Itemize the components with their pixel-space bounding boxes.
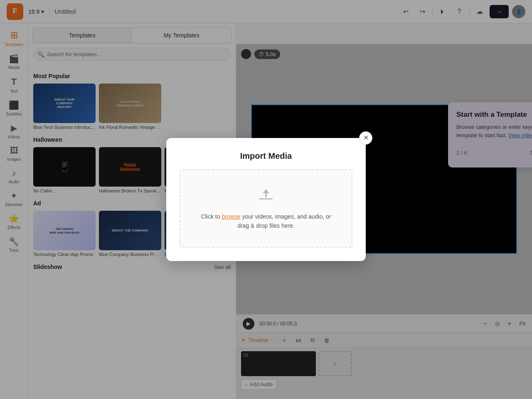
modal-title: Import Media: [180, 151, 352, 161]
browse-link[interactable]: browse: [222, 213, 240, 220]
import-media-modal: ✕ Import Media Click to browse your vide…: [166, 138, 366, 261]
modal-overlay[interactable]: ✕ Import Media Click to browse your vide…: [0, 0, 532, 399]
upload-icon: [258, 187, 274, 207]
svg-rect-0: [259, 198, 273, 200]
svg-marker-2: [263, 189, 269, 193]
drop-zone[interactable]: Click to browse your videos, images, and…: [180, 169, 352, 248]
drop-text-part1: Click to: [201, 213, 222, 220]
drop-zone-text: Click to browse your videos, images, and…: [201, 212, 331, 231]
drop-text-drag: drag & drop files here.: [237, 222, 295, 229]
modal-close-button[interactable]: ✕: [359, 131, 372, 145]
close-icon: ✕: [363, 134, 369, 142]
drop-text-part2: your videos, images, and audio, or: [241, 213, 331, 220]
